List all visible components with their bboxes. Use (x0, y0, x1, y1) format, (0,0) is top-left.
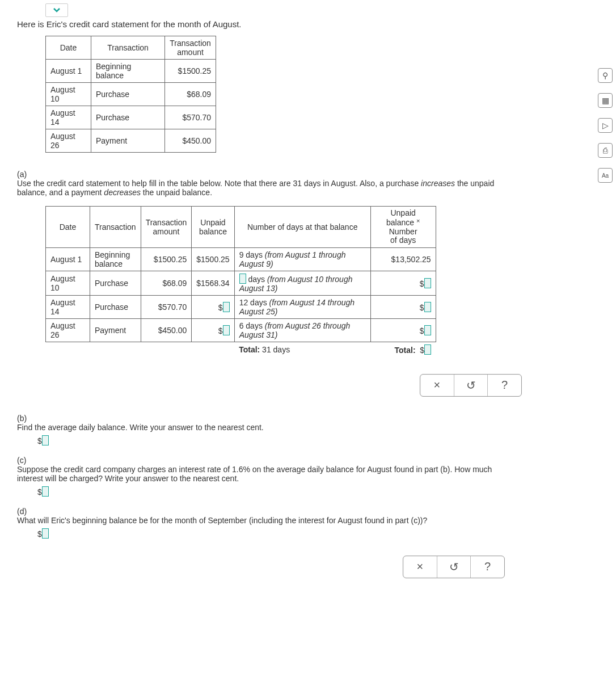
product-input-row4[interactable] (424, 325, 431, 335)
answer-c-input[interactable] (42, 486, 49, 497)
part-a-text: Use the credit card statement to help fi… (17, 179, 516, 197)
help-button[interactable]: ? (487, 375, 521, 396)
part-a-label: (a) (17, 170, 31, 179)
part-d-label: (d) (17, 507, 31, 516)
statement-table: Date Transaction Transaction amount Augu… (45, 36, 216, 153)
days-input-row2[interactable] (239, 274, 246, 284)
col-transaction: Transaction (91, 36, 165, 60)
calculator-icon[interactable]: ▦ (598, 93, 613, 108)
print-icon[interactable]: ⎙ (598, 143, 613, 158)
worksheet-table: Date Transaction Transaction amount Unpa… (45, 206, 436, 357)
clear-button[interactable]: × (420, 375, 454, 396)
table-row: August 26 Payment $450.00 (46, 129, 216, 153)
ws-col-date: Date (46, 207, 90, 248)
part-d-text: What will Eric's beginning balance be fo… (17, 516, 516, 525)
answer-d-input[interactable] (42, 528, 49, 539)
part-b-label: (b) (17, 414, 31, 423)
table-row: August 10 Purchase $68.09 $1568.34 days … (46, 271, 436, 295)
table-row: August 14 Purchase $570.70 (46, 106, 216, 129)
table-row: August 1 Beginning balance $1500.25 $150… (46, 247, 436, 271)
chevron-down-icon (53, 7, 61, 13)
col-date: Date (46, 36, 91, 60)
explore-icon[interactable]: ⚲ (598, 68, 613, 83)
part-c-label: (c) (17, 456, 31, 465)
ws-col-transaction: Transaction (90, 207, 141, 248)
product-input-row3[interactable] (424, 302, 431, 312)
action-bar-a: × ↺ ? (420, 374, 522, 397)
collapse-toggle[interactable] (45, 3, 68, 17)
ws-col-unpaid: Unpaid balance (192, 207, 234, 248)
part-b-text: Find the average daily balance. Write yo… (17, 423, 516, 432)
answer-b-input[interactable] (42, 435, 49, 445)
clear-button[interactable]: × (403, 556, 437, 578)
part-b: (b) Find the average daily balance. Writ… (17, 414, 528, 445)
table-row: August 26 Payment $450.00 $ 6 days (from… (46, 318, 436, 342)
action-bar-bottom: × ↺ ? (403, 556, 505, 578)
table-row: August 1 Beginning balance $1500.25 (46, 60, 216, 83)
unpaid-input-row4[interactable] (223, 325, 230, 335)
ws-col-days: Number of days at that balance (234, 207, 370, 248)
part-c: (c) Suppose the credit card company char… (17, 456, 528, 497)
unpaid-input-row3[interactable] (223, 302, 230, 312)
table-row: August 14 Purchase $570.70 $ 12 days (fr… (46, 295, 436, 318)
table-row: August 10 Purchase $68.09 (46, 83, 216, 106)
total-product-input[interactable] (424, 344, 431, 355)
reset-button[interactable]: ↺ (437, 556, 471, 578)
intro-text: Here is Eric's credit card statement for… (17, 19, 528, 29)
part-d: (d) What will Eric's beginning balance b… (17, 507, 528, 539)
col-amount: Transaction amount (165, 36, 216, 60)
part-a: (a) Use the credit card statement to hel… (17, 170, 528, 197)
ws-col-amount: Transaction amount (141, 207, 192, 248)
font-icon[interactable]: Aa (598, 168, 613, 183)
part-c-text: Suppose the credit card company charges … (17, 465, 516, 483)
sidebar-tools: ⚲ ▦ ▷ ⎙ Aa (598, 68, 613, 183)
ws-col-product: Unpaidbalance × Numberof days (370, 207, 436, 248)
play-icon[interactable]: ▷ (598, 118, 613, 133)
product-input-row2[interactable] (424, 278, 431, 288)
total-row: Total: 31 days Total: $ (46, 342, 436, 357)
help-button[interactable]: ? (470, 556, 504, 578)
reset-button[interactable]: ↺ (454, 375, 488, 396)
